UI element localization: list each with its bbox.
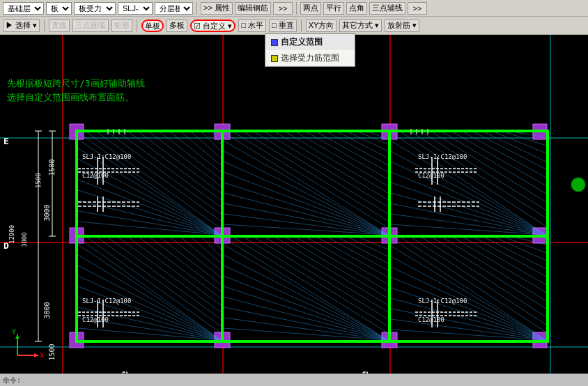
custom-dropdown: 自定义范围 选择受力筋范围 — [265, 33, 355, 67]
svg-line-46 — [224, 132, 388, 235]
svg-line-153 — [391, 267, 546, 340]
svg-line-117 — [245, 238, 388, 326]
three-arc-button[interactable]: 三点圆弧 — [72, 20, 109, 32]
edit-rebar-button[interactable]: 编辑钢筋 — [235, 2, 271, 15]
svg-line-65 — [224, 183, 388, 235]
layer-select[interactable]: 基础层 — [3, 2, 44, 15]
svg-line-124 — [318, 238, 388, 277]
svg-text:12900: 12900 — [8, 225, 15, 244]
svg-line-157 — [391, 309, 546, 340]
separator4 — [137, 20, 137, 32]
svg-text:SLJ-1:C12@100: SLJ-1:C12@100 — [82, 298, 131, 304]
other-button[interactable]: 其它方式 ▾ — [339, 20, 382, 32]
slj-select[interactable]: SLJ-1 — [118, 2, 153, 15]
svg-line-100 — [160, 238, 221, 284]
svg-text:3000: 3000 — [21, 232, 28, 247]
multi-plate-button[interactable]: 多板 — [167, 20, 187, 32]
svg-text:X: X — [40, 352, 44, 360]
svg-line-52 — [286, 132, 388, 193]
svg-line-144 — [454, 238, 546, 293]
svg-line-115 — [224, 238, 388, 340]
expand-button1[interactable]: >> — [273, 2, 293, 15]
svg-line-158 — [391, 319, 546, 340]
svg-line-49 — [255, 132, 388, 214]
svg-line-75 — [443, 132, 546, 194]
svg-line-120 — [276, 238, 388, 305]
svg-text:SLJ-1:C12@100: SLJ-1:C12@100 — [418, 298, 467, 304]
status-text: 命令: — [3, 376, 21, 385]
angle-button[interactable]: 点角 — [346, 2, 367, 15]
svg-line-110 — [78, 286, 221, 340]
expand-button2[interactable]: >> — [408, 2, 427, 15]
svg-line-64 — [224, 172, 388, 235]
svg-text:C12@100: C12@100 — [418, 316, 444, 323]
custom-range-item[interactable]: 自定义范围 — [265, 34, 355, 50]
svg-line-41 — [78, 180, 221, 235]
select-button[interactable]: ▶ 选择 ▾ — [3, 20, 40, 32]
svg-line-121 — [286, 238, 388, 298]
svg-line-118 — [255, 238, 388, 319]
horizontal-button[interactable]: □ 水平 — [238, 20, 266, 32]
svg-line-155 — [391, 288, 546, 340]
svg-line-114 — [78, 328, 221, 340]
svg-line-55 — [318, 132, 388, 172]
separator2 — [296, 2, 297, 15]
rect-button[interactable]: 矩形 — [111, 20, 132, 32]
select-rebar-range-label: 选择受力筋范围 — [281, 52, 339, 64]
svg-line-106 — [78, 245, 221, 340]
svg-line-101 — [171, 238, 221, 277]
svg-line-66 — [224, 193, 388, 235]
svg-line-47 — [234, 132, 388, 228]
annotation-block: 先根据板短跨尺寸/3画好辅助轴线 选择自定义范围画线布置面筋。 — [7, 77, 145, 104]
sublayer-select[interactable]: 分层板1 — [155, 2, 193, 15]
toolbar-row1: 基础层 板 板受力筋 SLJ-1 分层板1 >> 属性 编辑钢筋 >> 两点 平… — [0, 0, 588, 17]
single-plate-button[interactable]: 单板 — [141, 20, 164, 32]
rebar-select[interactable]: 板受力筋 — [74, 2, 116, 15]
svg-line-116 — [234, 238, 388, 333]
svg-line-137 — [224, 328, 388, 340]
xy-dir-button[interactable]: XY方向 — [306, 20, 337, 32]
separator1 — [196, 2, 197, 15]
select-rebar-range-item[interactable]: 选择受力筋范围 — [265, 50, 355, 66]
type-select[interactable]: 板 — [46, 2, 72, 15]
svg-line-74 — [433, 132, 546, 202]
svg-line-68 — [224, 214, 388, 235]
three-point-aux-button[interactable]: 三点辅线 — [369, 2, 405, 15]
svg-text:C12@100: C12@100 — [418, 172, 444, 179]
svg-line-89 — [391, 203, 546, 235]
svg-line-134 — [224, 297, 388, 340]
svg-line-27 — [118, 132, 221, 207]
svg-line-69 — [224, 224, 388, 235]
custom-button[interactable]: ☑ 自定义 ▾ — [190, 20, 235, 32]
svg-line-63 — [224, 162, 388, 235]
two-point-button[interactable]: 两点 — [300, 2, 321, 15]
svg-text:C12@100: C12@100 — [82, 172, 109, 179]
svg-line-133 — [224, 286, 388, 340]
vertical-button[interactable]: □ 垂直 — [269, 20, 297, 32]
svg-line-51 — [276, 132, 388, 200]
property-button[interactable]: >> 属性 — [201, 2, 233, 15]
svg-line-44 — [78, 211, 221, 235]
annotation-line2: 选择自定义范围画线布置面筋。 — [7, 91, 145, 105]
svg-line-132 — [224, 276, 388, 340]
svg-text:SLJ-1:C12@100: SLJ-1:C12@100 — [418, 153, 467, 160]
yellow-dot-icon — [271, 55, 278, 62]
svg-line-61 — [224, 141, 388, 235]
svg-line-145 — [464, 238, 546, 285]
svg-line-88 — [391, 193, 546, 235]
svg-text:SLJ-1:C12@100: SLJ-1:C12@100 — [82, 153, 131, 160]
svg-line-67 — [224, 203, 388, 235]
svg-line-129 — [224, 245, 388, 340]
custom-range-label: 自定义范围 — [281, 36, 323, 48]
svg-line-94 — [98, 238, 221, 326]
svg-text:Y: Y — [12, 328, 16, 336]
parallel-button[interactable]: 平行 — [323, 2, 344, 15]
line-button[interactable]: 直线 — [49, 20, 70, 32]
separator3 — [44, 20, 45, 32]
svg-point-207 — [571, 178, 585, 192]
svg-line-56 — [328, 132, 388, 165]
radiate-button[interactable]: 放射筋 ▾ — [385, 20, 419, 32]
svg-line-76 — [454, 132, 546, 186]
canvas-area[interactable]: 先根据板短跨尺寸/3画好辅助轴线 选择自定义范围画线布置面筋。 E D 1500… — [0, 35, 588, 386]
svg-line-71 — [401, 132, 546, 226]
